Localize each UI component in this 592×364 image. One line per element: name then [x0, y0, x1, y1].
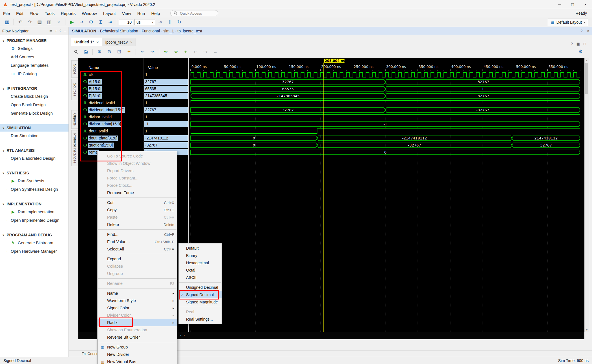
prev-edge-icon[interactable]: ↞ — [161, 48, 171, 56]
copy-icon[interactable]: ▤ — [35, 19, 44, 26]
waveform-plot[interactable]: 0.000 ns50.000 ns100.000 ns150.000 ns200… — [189, 58, 584, 332]
chevron-right-icon[interactable]: › — [6, 249, 8, 253]
tab-untitled-1[interactable]: Untitled 1*× — [71, 38, 102, 46]
context-menu-item-new-divider[interactable]: New Divider — [98, 351, 177, 358]
signal-value[interactable]: 1 — [144, 72, 188, 78]
flow-section-header-ip-integrator[interactable]: ∨IP INTEGRATOR — [0, 85, 69, 92]
run-icon[interactable]: ▶ — [67, 19, 77, 26]
flow-section-header-synthesis[interactable]: ∨SYNTHESIS — [0, 169, 69, 177]
delete-icon[interactable]: × — [54, 19, 63, 26]
radix-item-signed-magnitude[interactable]: Signed Magnitude — [179, 298, 222, 306]
signal-name[interactable]: divisor_tvalid — [88, 114, 112, 120]
signal-value[interactable]: 32767 — [144, 107, 188, 113]
scrollbar-thumb[interactable] — [585, 63, 588, 94]
quick-access-search[interactable]: Quick Access — [170, 10, 218, 16]
toggle-icon[interactable]: ⇄ — [50, 29, 52, 33]
maximize-icon[interactable]: □ — [566, 0, 579, 9]
flow-section-header-program-and-debug[interactable]: ∨PROGRAM AND DEBUG — [0, 231, 69, 239]
signal-value[interactable]: 1 — [144, 114, 188, 120]
help-icon[interactable]: ? — [571, 42, 573, 46]
run-all-icon[interactable]: ↠ — [105, 19, 115, 26]
expand-chevron-icon[interactable]: › — [80, 79, 81, 83]
flow-item-generate-block-design[interactable]: Generate Block Design — [0, 109, 69, 117]
zoom-fit-icon[interactable]: ⊡ — [114, 48, 124, 56]
flow-section-header-implementation[interactable]: ∨IMPLEMENTATION — [0, 200, 69, 208]
search-icon[interactable] — [71, 48, 81, 56]
radix-item-hexadecimal[interactable]: Hexadecimal — [179, 259, 222, 267]
radix-item-ascii[interactable]: ASCII — [179, 274, 222, 281]
side-tab-sources[interactable]: Sources — [71, 79, 78, 100]
flow-item-open-hardware-manager[interactable]: ›Open Hardware Manager — [0, 247, 69, 256]
context-menu-item-cut[interactable]: CutCtrl+X — [98, 199, 177, 206]
expand-chevron-icon[interactable]: › — [80, 94, 81, 97]
maximize-icon[interactable]: □ — [584, 42, 586, 46]
signal-name[interactable]: divisor_tdata[15:0] — [88, 121, 122, 127]
undo-icon[interactable]: ↶ — [16, 19, 25, 26]
vertical-scrollbar[interactable]: ▲ ▼ — [584, 58, 589, 332]
flow-section-header-rtl-analysis[interactable]: ∨RTL ANALYSIS — [0, 147, 69, 154]
close-icon[interactable]: × — [579, 0, 592, 9]
help-icon[interactable]: ? — [59, 29, 61, 33]
time-unit-select[interactable]: us▾ — [134, 19, 155, 25]
signal-value[interactable]: 2147385345 — [144, 93, 188, 99]
context-menu-item-find[interactable]: Find...Ctrl+F — [98, 231, 177, 238]
close-icon[interactable]: × — [96, 40, 99, 44]
expand-chevron-icon[interactable]: › — [80, 136, 81, 140]
chevron-right-icon[interactable]: › — [6, 156, 8, 160]
flow-item-create-block-design[interactable]: Create Block Design — [0, 92, 69, 101]
step-icon[interactable]: ↦ — [77, 19, 86, 26]
signal-name[interactable]: dividend_tvalid — [88, 100, 116, 106]
radix-item-unsigned-decimal[interactable]: Unsigned Decimal — [179, 284, 222, 291]
signal-value[interactable]: 32767 — [144, 79, 188, 85]
menu-item-reports[interactable]: Reports — [58, 11, 79, 16]
signal-value[interactable]: 65535 — [144, 86, 188, 92]
menu-item-tools[interactable]: Tools — [42, 11, 58, 16]
scroll-down-icon[interactable]: ▼ — [585, 329, 589, 331]
context-menu-item-select-all[interactable]: Select AllCtrl+A — [98, 245, 177, 253]
flow-item-open-implemented-design[interactable]: ›Open Implemented Design — [0, 216, 69, 225]
next-marker-icon[interactable]: ⇢ — [200, 48, 210, 56]
add-cursor-icon[interactable]: + — [181, 48, 191, 56]
side-tab-scope[interactable]: Scope — [71, 60, 78, 78]
pause-icon[interactable]: ‖ — [165, 19, 174, 26]
context-menu-item-waveform-style[interactable]: Waveform Style▸ — [98, 297, 177, 304]
flow-item-open-block-design[interactable]: Open Block Design — [0, 101, 69, 109]
context-menu-item-new-group[interactable]: ▦New Group — [98, 343, 177, 351]
goto-start-icon[interactable]: ⇤ — [138, 48, 147, 56]
context-menu-item-signal-color[interactable]: Signal Color▸ — [98, 304, 177, 312]
context-menu-item-new-virtual-bus[interactable]: ▥New Virtual Bus — [98, 358, 177, 364]
run-for-icon[interactable]: ⇥ — [155, 19, 165, 26]
context-menu-item-expand[interactable]: Expand — [98, 255, 177, 263]
flow-item-run-simulation[interactable]: Run Simulation — [0, 132, 69, 140]
flow-item-ip-catalog[interactable]: ⊞IP Catalog — [0, 70, 69, 78]
side-tab-protocol-instances[interactable]: Protocol Instances — [71, 130, 78, 166]
radix-item-signed-decimal[interactable]: ✓Signed Decimal — [179, 291, 222, 298]
minimize-icon[interactable]: ─ — [64, 29, 66, 33]
expand-chevron-icon[interactable]: › — [80, 86, 81, 90]
collapse-right-icon[interactable]: › — [180, 333, 181, 337]
menu-item-layout[interactable]: Layout — [100, 11, 119, 16]
minimize-icon[interactable]: ─ — [553, 0, 566, 9]
tab-ipcore-test-v[interactable]: ipcore_test.v× — [102, 38, 136, 46]
menu-item-flow[interactable]: Flow — [26, 11, 42, 16]
flow-section-header-simulation[interactable]: ∨SIMULATION — [0, 124, 69, 132]
radix-item-real-settings[interactable]: Real Settings... — [179, 316, 222, 323]
menu-item-view[interactable]: View — [119, 11, 134, 16]
restart-icon[interactable]: ↻ — [174, 19, 184, 26]
add-icon[interactable]: + — [55, 29, 57, 33]
close-icon[interactable]: × — [130, 40, 132, 44]
signal-value[interactable]: -32767 — [144, 142, 188, 148]
context-menu-item-radix[interactable]: Radix▸ — [98, 319, 177, 326]
expand-chevron-icon[interactable]: › — [80, 108, 81, 112]
flow-item-run-implementation[interactable]: ▶Run Implementation — [0, 208, 69, 216]
float-icon[interactable]: ▣ — [576, 42, 580, 46]
flow-item-open-elaborated-design[interactable]: ›Open Elaborated Design — [0, 154, 69, 163]
signal-name[interactable]: dout_tvalid — [88, 128, 109, 134]
signal-name[interactable]: B[15:0] — [88, 86, 102, 92]
flow-item-open-synthesized-design[interactable]: ›Open Synthesized Design — [0, 185, 69, 194]
settings-icon[interactable]: ⚙ — [576, 48, 586, 56]
save-icon[interactable] — [81, 48, 91, 56]
signal-value[interactable]: 1 — [144, 100, 188, 106]
flow-item-add-sources[interactable]: Add Sources — [0, 53, 69, 61]
context-menu-item-find-value[interactable]: Find Value...Ctrl+Shift+F — [98, 238, 177, 245]
